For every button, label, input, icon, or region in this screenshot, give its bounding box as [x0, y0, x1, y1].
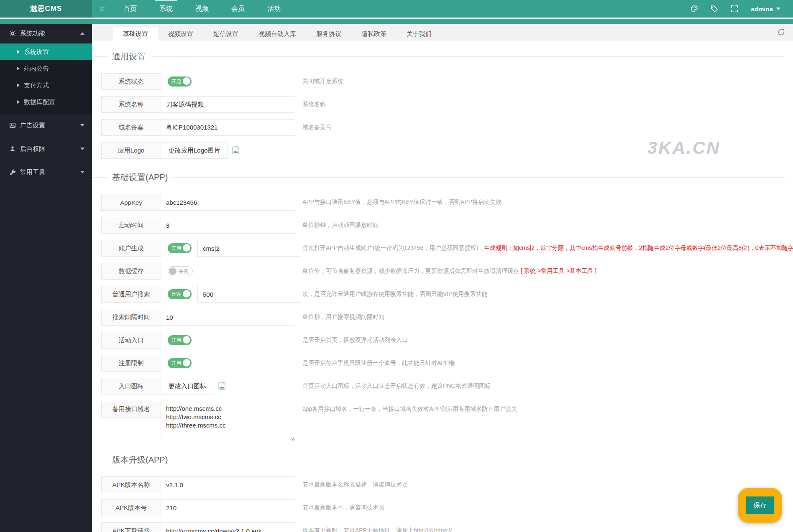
sidebar-item-label: 系统设置: [24, 48, 49, 56]
field-label: 系统状态: [101, 73, 161, 90]
help-text: 单位分，可节省服务器资源，减少数据库压力，更新资源后如需即时生效请清理缓存 [ …: [302, 267, 596, 275]
sidebar-collapse-icon[interactable]: [92, 0, 112, 18]
section-heading: 基础设置(APP): [93, 171, 785, 183]
text-input[interactable]: [197, 240, 301, 257]
nav-item-4[interactable]: 会员: [220, 0, 256, 18]
section-heading: 通用设置: [93, 51, 785, 62]
form-row-left: 入口图标更改入口图标: [101, 378, 302, 395]
tab-1[interactable]: 基础设置: [113, 27, 158, 41]
field-label: 注册限制: [101, 355, 161, 372]
top-nav: 首页系统视频会员活动: [112, 0, 292, 18]
toggle-on[interactable]: 允许: [168, 289, 192, 299]
tab-6[interactable]: 隐私政策: [351, 27, 396, 41]
tab-2[interactable]: 视频设置: [158, 27, 203, 41]
heading-line: [173, 177, 785, 178]
tab-5[interactable]: 服务协议: [306, 27, 351, 41]
help-segment: 次，是否允许普通用户或游客使用搜索功能，否则只能VIP使用搜索功能: [302, 290, 488, 297]
sidebar-item-1[interactable]: 系统设置: [0, 43, 92, 60]
form-row-left: 搜索间隔时间: [101, 309, 302, 326]
form-row: 搜索间隔时间单位秒，用户搜索视频间隔时间: [101, 309, 793, 326]
nav-item-3[interactable]: 视频: [184, 0, 220, 18]
refresh-icon[interactable]: [777, 28, 785, 36]
text-input[interactable]: [161, 499, 295, 516]
heading-line: [93, 56, 108, 57]
help-segment: 是否开启首页，播放页浮动活动列表入口: [302, 336, 408, 343]
field-label: APK版本名称: [101, 476, 161, 493]
text-input[interactable]: [161, 119, 295, 136]
textarea-input[interactable]: [161, 401, 295, 441]
form-row: 活动入口开启是否开启首页，播放页浮动活动列表入口: [101, 332, 793, 349]
broken-image-icon: [232, 146, 240, 155]
form-row-left: 备用接口域名: [101, 401, 302, 441]
help-text: 是否开启每台手机只限注册一个账号，此功能只针对APP端: [302, 359, 455, 367]
toggle-knob: [183, 336, 190, 344]
toggle-label: 开启: [171, 78, 181, 85]
gear-icon: [9, 30, 16, 37]
toggle-label: 开启: [171, 337, 181, 344]
save-button[interactable]: 保存: [738, 488, 782, 523]
form-row: 启动时间单位秒钟，启动动画播放时间: [101, 217, 793, 234]
sidebar-item-2[interactable]: 站内公告: [0, 60, 92, 77]
header-divider: [0, 18, 793, 19]
change-image-button[interactable]: 更改入口图标: [161, 378, 214, 395]
help-segment: 系统名称: [302, 101, 326, 107]
text-input[interactable]: [161, 309, 295, 326]
help-text: 首次打开APP自动生成账户(统一密码为123456，用户必须同意授权)，生成规则…: [302, 244, 793, 252]
help-text: 版本有更新时，安卓APP更新地址，请加上http://或https://: [302, 527, 452, 532]
help-text: 安卓最新版本号，请咨询技术员: [302, 504, 384, 512]
text-input[interactable]: [161, 96, 295, 113]
field-label: 普通用户搜索: [101, 286, 161, 303]
help-segment: [ 系统->常用工具->基本工具 ]: [521, 267, 596, 274]
form-row-left: 普通用户搜索允许: [101, 286, 302, 303]
text-input[interactable]: [161, 217, 295, 234]
text-input[interactable]: [161, 476, 295, 493]
field-label: APK版本号: [101, 499, 161, 516]
toggle-off[interactable]: 关闭: [168, 266, 193, 276]
form-row: 普通用户搜索允许次，是否允许普通用户或游客使用搜索功能，否则只能VIP使用搜索功…: [101, 286, 793, 303]
sidebar-group-2[interactable]: 广告设置: [0, 114, 92, 137]
sidebar-group-3[interactable]: 后台权限: [0, 137, 92, 160]
field-label: 启动时间: [101, 217, 161, 234]
text-input[interactable]: [161, 522, 295, 532]
help-segment: APP与接口通讯KEY值，必须与APP内KEY值保持一致，否则APP将启动失败: [302, 199, 501, 205]
fullscreen-icon[interactable]: [731, 5, 738, 13]
tab-3[interactable]: 短信设置: [203, 27, 248, 41]
form-row-left: APK版本名称: [101, 476, 302, 493]
section-title: 基础设置(APP): [108, 172, 173, 183]
toggle-on[interactable]: 开启: [168, 358, 192, 368]
tab-7[interactable]: 关于我们: [396, 27, 442, 41]
sidebar-group-1[interactable]: 系统功能: [0, 24, 92, 43]
form-row-left: APK版本号: [101, 499, 302, 516]
sidebar-item-4[interactable]: 数据库配置: [0, 94, 92, 110]
toggle-on[interactable]: 开启: [168, 76, 192, 87]
tag-icon[interactable]: [711, 5, 718, 13]
header-accent-band: [0, 19, 793, 24]
chevron-down-icon: [776, 8, 780, 10]
palette-icon[interactable]: [691, 5, 698, 13]
text-input[interactable]: [197, 286, 301, 303]
change-image-button[interactable]: 更改应用Logo图片: [161, 142, 228, 159]
text-input[interactable]: [161, 194, 295, 211]
form-row: 系统状态开启关闭或开启系统: [101, 73, 793, 90]
form-row: APK版本名称安卓最新版本名称或描述，请咨询技术员: [101, 476, 793, 493]
tab-4[interactable]: 视频自动入库: [248, 27, 306, 41]
help-segment: 安卓最新版本号，请咨询技术员: [302, 504, 384, 511]
field-label: 数据缓存: [101, 263, 161, 280]
nav-item-1[interactable]: 首页: [112, 0, 148, 18]
user-menu[interactable]: admina: [751, 5, 780, 13]
nav-item-5[interactable]: 活动: [256, 0, 292, 18]
toggle-on[interactable]: 开启: [168, 335, 192, 345]
chevron-down-icon: [80, 124, 84, 127]
sidebar-group-label: 广告设置: [20, 122, 80, 130]
sidebar-group-4[interactable]: 常用工具: [0, 160, 92, 184]
form-row-left: 账户生成开启: [101, 240, 302, 257]
toggle-on[interactable]: 开启: [168, 243, 192, 253]
help-text: 关闭或开启系统: [302, 78, 343, 85]
help-segment: 单位秒钟，启动动画播放时间: [302, 221, 379, 228]
toggle-knob: [183, 290, 190, 298]
help-segment: 首次打开APP自动生成账户(统一密码为123456，用户必须同意授权)，: [302, 244, 484, 251]
broken-image-icon: [218, 382, 226, 390]
nav-item-2[interactable]: 系统: [148, 0, 184, 18]
chevron-down-icon: [80, 171, 84, 173]
sidebar-item-3[interactable]: 支付方式: [0, 77, 92, 94]
